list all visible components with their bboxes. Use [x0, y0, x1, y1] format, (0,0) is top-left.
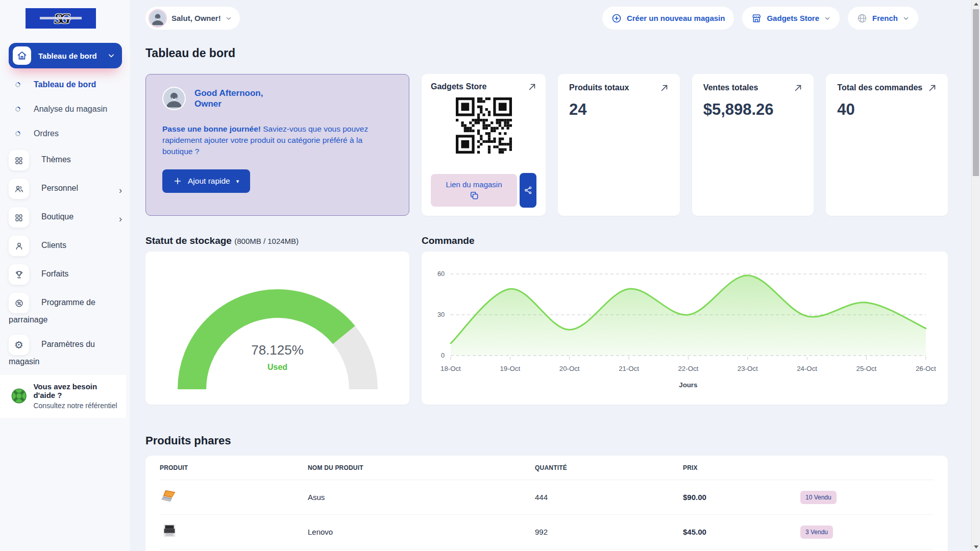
- stat-label: Ventes totales: [703, 83, 758, 92]
- printer-image: [160, 521, 179, 541]
- gear-icon: ⚙: [9, 335, 29, 355]
- sidebar-item-themes[interactable]: Thèmes: [9, 146, 122, 174]
- greeting-card: Good Afternoon, Owner Passe une bonne jo…: [145, 74, 409, 216]
- sidebar-item-personnel[interactable]: › Personnel: [9, 174, 122, 203]
- sidebar-item-label: Thèmes: [41, 155, 71, 164]
- column-header: QUANTITÉ: [535, 464, 683, 471]
- sidebar-item-label: Boutique: [41, 212, 74, 221]
- storage-section-title: Statut de stockage (800MB / 1024MB): [145, 235, 409, 246]
- topbar: Salut, Owner! Créer un nouveau magasin G…: [145, 7, 948, 30]
- quick-add-label: Ajout rapide: [188, 177, 230, 186]
- sidebar-item-clients[interactable]: Clients: [9, 232, 122, 260]
- svg-text:20-Oct: 20-Oct: [559, 365, 580, 372]
- chevron-right-icon: ›: [119, 184, 122, 197]
- caret-down-icon: ▾: [236, 178, 239, 185]
- help-card[interactable]: Vous avez besoin d'aide ? Consultez notr…: [0, 375, 126, 418]
- product-image: [160, 521, 308, 543]
- help-title: Vous avez besoin d'aide ?: [33, 382, 118, 399]
- products-section-title: Produits phares: [145, 434, 948, 447]
- external-link-icon[interactable]: [528, 83, 536, 91]
- sidebar-item-parametres-du-magasin[interactable]: ⚙Paramètres du magasin: [9, 331, 122, 372]
- svg-text:25-Oct: 25-Oct: [856, 365, 877, 372]
- copy-icon: [469, 190, 479, 201]
- user-menu[interactable]: Salut, Owner!: [145, 7, 240, 30]
- create-store-label: Créer un nouveau magasin: [627, 14, 725, 22]
- svg-text:23-Oct: 23-Oct: [738, 365, 758, 372]
- product-image: [160, 487, 308, 508]
- storage-used-label: Used: [145, 363, 409, 372]
- sold-badge: 10 Vendu: [800, 491, 837, 504]
- ring-bullet-icon: [14, 130, 21, 137]
- logo-banner: [40, 17, 82, 19]
- help-subtitle[interactable]: Consultez notre référentiel: [33, 402, 118, 410]
- external-link-icon[interactable]: [660, 84, 669, 92]
- ring-bullet-icon: [14, 106, 21, 113]
- greeting-text: Salut, Owner!: [172, 14, 221, 22]
- chevron-down-icon: [226, 15, 232, 21]
- orders-chart-title: Commande: [422, 235, 948, 246]
- scrollbar-thumb[interactable]: [973, 9, 979, 176]
- greeting-line1: Good Afternoon,: [194, 88, 263, 98]
- table-header: PRODUIT NOM DU PRODUIT QUANTITÉ PRIX: [160, 456, 934, 480]
- quick-add-button[interactable]: Ajout rapide ▾: [162, 169, 250, 193]
- sidebar-item-programme-de-parrainage[interactable]: Programme de parrainage: [9, 289, 122, 331]
- product-price: $90.00: [683, 493, 800, 502]
- store-logo[interactable]: SG: [26, 8, 96, 29]
- plus-icon: [174, 177, 182, 185]
- sidebar-group-label: Tableau de bord: [38, 52, 108, 60]
- globe-icon: [857, 13, 867, 23]
- svg-text:0: 0: [441, 352, 445, 359]
- svg-text:19-Oct: 19-Oct: [500, 365, 520, 372]
- sidebar-item-tableau-de-bord[interactable]: Tableau de bord: [15, 72, 122, 97]
- ring-bullet-icon: [14, 81, 21, 88]
- store-qr-code: [456, 97, 512, 156]
- store-card-title: Gadgets Store: [431, 82, 486, 91]
- sidebar-group-dashboard[interactable]: Tableau de bord: [9, 43, 122, 68]
- badge-percent-icon: [9, 293, 29, 313]
- grid-icon: [9, 207, 29, 228]
- external-link-icon[interactable]: [794, 84, 802, 92]
- stat-label: Total des commandes: [837, 83, 922, 92]
- sidebar: SG Tableau de bord Tableau de bord Analy…: [0, 0, 130, 551]
- avatar: [162, 87, 186, 110]
- stat-value: $5,898.26: [703, 101, 803, 119]
- storage-percent: 78.125%: [145, 342, 409, 358]
- table-row[interactable]: Lenovo 992 $45.00 3 Vendu: [160, 515, 934, 549]
- column-header: PRODUIT: [160, 464, 308, 471]
- svg-text:Jours: Jours: [679, 381, 697, 389]
- scrollbar[interactable]: [971, 0, 980, 551]
- product-price: $45.00: [683, 528, 800, 536]
- svg-text:26-Oct: 26-Oct: [916, 365, 936, 372]
- chevron-down-icon: [824, 15, 830, 21]
- svg-text:24-Oct: 24-Oct: [797, 365, 817, 372]
- store-link-button[interactable]: Lien du magasin: [431, 174, 517, 207]
- svg-text:22-Oct: 22-Oct: [678, 365, 699, 372]
- sidebar-item-label: Personnel: [41, 184, 78, 192]
- scroll-down-arrow[interactable]: [972, 543, 980, 551]
- svg-text:60: 60: [437, 270, 445, 278]
- stat-card-produits-totaux: Produits totaux 24: [558, 74, 680, 216]
- avatar: [149, 9, 167, 28]
- store-selector[interactable]: Gadgets Store: [742, 7, 840, 30]
- share-button[interactable]: [520, 173, 536, 208]
- scroll-up-arrow[interactable]: [972, 0, 980, 8]
- store-link-label: Lien du magasin: [446, 180, 502, 189]
- external-link-icon[interactable]: [928, 84, 937, 92]
- sidebar-item-analyse-du-magasin[interactable]: Analyse du magasin: [15, 97, 122, 121]
- circle-plus-icon: [611, 13, 622, 23]
- products-table: PRODUIT NOM DU PRODUIT QUANTITÉ PRIX Asu…: [145, 456, 948, 551]
- sidebar-item-boutique[interactable]: › Boutique: [9, 203, 122, 232]
- sidebar-item-forfaits[interactable]: Forfaits: [9, 260, 122, 289]
- chevron-right-icon: ›: [119, 212, 122, 226]
- people-icon: [9, 179, 29, 199]
- product-name: Asus: [308, 493, 535, 502]
- stat-card-ventes-totales: Ventes totales $5,898.26: [692, 74, 814, 216]
- language-selector[interactable]: French: [848, 7, 918, 30]
- table-row[interactable]: Asus 444 $90.00 10 Vendu: [160, 480, 934, 515]
- sidebar-item-ordres[interactable]: Ordres: [15, 121, 122, 146]
- share-icon: [524, 186, 533, 195]
- create-store-button[interactable]: Créer un nouveau magasin: [602, 7, 734, 30]
- store-qr-card: Gadgets Store Lien du magasin: [422, 74, 546, 216]
- sidebar-item-label: Forfaits: [41, 269, 68, 278]
- svg-text:18-Oct: 18-Oct: [440, 365, 461, 372]
